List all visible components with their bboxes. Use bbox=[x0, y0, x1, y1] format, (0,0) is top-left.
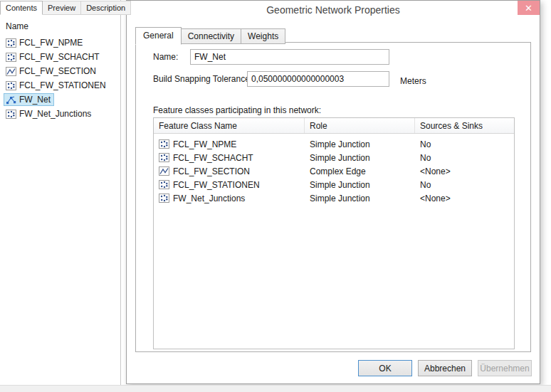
point-feature-class-icon bbox=[6, 53, 16, 62]
cell-sources-sinks: No bbox=[415, 180, 514, 190]
list-item-fcl-fw-section[interactable]: FCL_FW_SECTION bbox=[0, 64, 120, 78]
snapping-tolerance-label: Build Snapping Tolerance: bbox=[153, 74, 252, 84]
point-feature-class-icon bbox=[6, 38, 16, 48]
column-header-role[interactable]: Role bbox=[305, 118, 415, 133]
cell-feature-class-name: FW_Net_Junctions bbox=[173, 194, 245, 203]
column-header-feature-class-name[interactable]: Feature Class Name bbox=[154, 118, 305, 133]
list-item-label: FW_Net_Junctions bbox=[19, 109, 91, 119]
snapping-tolerance-input[interactable] bbox=[247, 71, 389, 87]
cell-role: Simple Junction bbox=[305, 180, 415, 190]
arccatalog-window: Contents Preview Description Name FCL_FW… bbox=[0, 0, 551, 392]
table-row[interactable]: FW_Net_Junctions Simple Junction <None> bbox=[154, 191, 514, 205]
list-item-fcl-fw-npme[interactable]: FCL_FW_NPME bbox=[0, 36, 120, 50]
cell-sources-sinks: <None> bbox=[415, 166, 514, 176]
close-icon[interactable]: ✕ bbox=[518, 1, 540, 15]
tab-connectivity[interactable]: Connectivity bbox=[181, 28, 241, 44]
cell-feature-class-name: FCL_FW_SCHACHT bbox=[173, 153, 253, 163]
tab-preview[interactable]: Preview bbox=[43, 1, 81, 15]
point-feature-class-icon bbox=[159, 194, 169, 203]
cell-feature-class-name: FCL_FW_NPME bbox=[173, 139, 236, 149]
table-row[interactable]: FCL_FW_SCHACHT Simple Junction No bbox=[154, 151, 514, 164]
cell-role: Simple Junction bbox=[305, 153, 415, 163]
geometric-network-icon bbox=[6, 95, 16, 105]
ok-button[interactable]: OK bbox=[358, 360, 412, 376]
window-bottom-strip bbox=[0, 385, 551, 392]
cell-sources-sinks: No bbox=[415, 153, 514, 163]
table-row[interactable]: FCL_FW_STATIONEN Simple Junction No bbox=[154, 178, 514, 191]
tab-contents[interactable]: Contents bbox=[0, 1, 43, 15]
tab-general[interactable]: General bbox=[135, 27, 182, 45]
edge-feature-class-icon bbox=[6, 67, 16, 76]
cancel-button[interactable]: Abbrechen bbox=[418, 360, 472, 376]
column-header-name: Name bbox=[6, 21, 28, 31]
point-feature-class-icon bbox=[159, 139, 169, 149]
panel-tab-bar: Contents Preview Description bbox=[0, 0, 120, 15]
point-feature-class-icon bbox=[159, 180, 169, 189]
cell-sources-sinks: <None> bbox=[415, 194, 514, 203]
feature-class-table: Feature Class Name Role Sources & Sinks … bbox=[153, 117, 515, 349]
table-header-row: Feature Class Name Role Sources & Sinks bbox=[154, 118, 514, 134]
cell-feature-class-name: FCL_FW_STATIONEN bbox=[173, 180, 260, 190]
tab-description[interactable]: Description bbox=[81, 1, 131, 15]
catalog-contents-panel: Contents Preview Description Name FCL_FW… bbox=[0, 0, 121, 385]
cell-role: Complex Edge bbox=[305, 166, 415, 176]
table-row[interactable]: FCL_FW_NPME Simple Junction No bbox=[154, 137, 514, 151]
list-item-fcl-fw-stationen[interactable]: FCL_FW_STATIONEN bbox=[0, 78, 120, 92]
feature-class-list: FCL_FW_NPME FCL_FW_SCHACHT FCL_FW_SECTIO… bbox=[0, 36, 120, 121]
name-label: Name: bbox=[153, 52, 178, 62]
column-header-sources-sinks[interactable]: Sources & Sinks bbox=[415, 118, 514, 133]
dialog-tab-bar: General Connectivity Weights bbox=[135, 27, 285, 44]
dialog-titlebar[interactable]: Geometric Network Properties ✕ bbox=[127, 1, 540, 19]
network-name-input[interactable] bbox=[190, 49, 389, 65]
list-item-label: FCL_FW_NPME bbox=[19, 38, 83, 48]
dialog-title: Geometric Network Properties bbox=[266, 4, 400, 16]
cell-role: Simple Junction bbox=[305, 139, 415, 149]
geometric-network-properties-dialog: Geometric Network Properties ✕ General C… bbox=[126, 0, 540, 384]
list-item-label: FCL_FW_SCHACHT bbox=[19, 52, 100, 62]
list-item-fw-net-junctions[interactable]: FW_Net_Junctions bbox=[0, 107, 120, 121]
table-body: FCL_FW_NPME Simple Junction No FCL_FW_SC… bbox=[154, 134, 514, 205]
participating-classes-caption: Feature classes participating in this ne… bbox=[153, 105, 321, 115]
list-item-label: FW_Net bbox=[19, 95, 51, 105]
point-feature-class-icon bbox=[6, 110, 16, 119]
cell-role: Simple Junction bbox=[305, 194, 415, 203]
point-feature-class-icon bbox=[159, 153, 169, 162]
table-row[interactable]: FCL_FW_SECTION Complex Edge <None> bbox=[154, 164, 514, 178]
general-tab-pane: Name: Build Snapping Tolerance: Meters F… bbox=[135, 42, 531, 352]
point-feature-class-icon bbox=[6, 81, 16, 90]
list-item-label: FCL_FW_SECTION bbox=[19, 66, 96, 76]
cell-sources-sinks: No bbox=[415, 139, 514, 149]
tolerance-unit-label: Meters bbox=[400, 76, 426, 86]
dialog-button-row: OK Abbrechen Übernehmen bbox=[358, 360, 532, 376]
edge-feature-class-icon bbox=[159, 166, 169, 176]
tab-weights[interactable]: Weights bbox=[241, 28, 285, 44]
apply-button: Übernehmen bbox=[478, 360, 532, 376]
list-item-fcl-fw-schacht[interactable]: FCL_FW_SCHACHT bbox=[0, 50, 120, 64]
cell-feature-class-name: FCL_FW_SECTION bbox=[173, 166, 250, 176]
list-item-label: FCL_FW_STATIONEN bbox=[19, 80, 106, 90]
list-item-fw-net[interactable]: FW_Net bbox=[0, 92, 120, 107]
